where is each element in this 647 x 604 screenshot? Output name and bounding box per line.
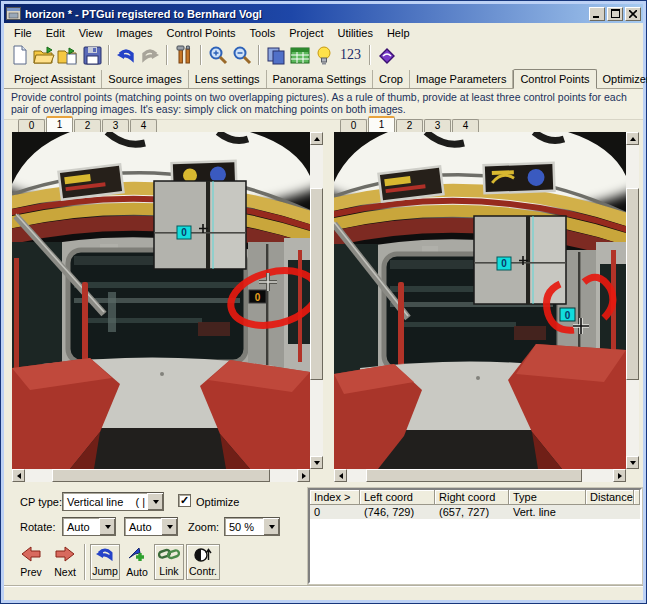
left-image-tab-4[interactable]: 4: [130, 119, 157, 132]
scroll-down-button[interactable]: [626, 456, 639, 469]
prev-arrow-icon: [21, 546, 41, 562]
jump-button[interactable]: Jump: [90, 544, 120, 580]
pages-icon: [266, 46, 286, 65]
scroll-down-button[interactable]: [310, 456, 323, 469]
left-image-tab-2[interactable]: 2: [74, 119, 101, 132]
save-button[interactable]: [81, 44, 103, 66]
left-image-canvas[interactable]: 0 0: [12, 132, 310, 469]
col-header-right-coord[interactable]: Right coord: [435, 490, 509, 505]
scroll-thumb[interactable]: [310, 188, 323, 380]
menu-file[interactable]: File: [7, 25, 39, 41]
scroll-thumb[interactable]: [626, 188, 639, 380]
add-images-button[interactable]: [57, 44, 79, 66]
left-horizontal-scrollbar[interactable]: [12, 469, 310, 482]
col-header-index[interactable]: Index >: [310, 490, 360, 505]
menu-utilities[interactable]: Utilities: [330, 25, 379, 41]
scroll-right-button[interactable]: [297, 469, 310, 482]
col-header-type[interactable]: Type: [509, 490, 586, 505]
scroll-left-button[interactable]: [334, 469, 347, 482]
maximize-button[interactable]: [607, 7, 623, 21]
menu-tools[interactable]: Tools: [243, 25, 283, 41]
left-image-tab-3[interactable]: 3: [102, 119, 129, 132]
control-point-table[interactable]: Index > Left coord Right coord Type Dist…: [308, 488, 642, 584]
menu-project[interactable]: Project: [282, 25, 330, 41]
right-image-tab-2[interactable]: 2: [396, 119, 423, 132]
tab-panorama-settings[interactable]: Panorama Settings: [267, 70, 374, 88]
panorama-editor-button[interactable]: [265, 44, 287, 66]
tools-button[interactable]: [173, 44, 195, 66]
tab-lens-settings[interactable]: Lens settings: [189, 70, 267, 88]
tab-crop[interactable]: Crop: [373, 70, 410, 88]
zoom-in-button[interactable]: [207, 44, 229, 66]
chevron-down-icon: [105, 525, 111, 529]
menu-edit[interactable]: Edit: [39, 25, 72, 41]
prev-button[interactable]: Prev: [16, 544, 46, 580]
dropdown-button[interactable]: [263, 518, 279, 535]
dropdown-button[interactable]: [99, 518, 115, 535]
open-project-button[interactable]: [33, 44, 55, 66]
tab-optimizer[interactable]: Optimizer: [597, 70, 647, 88]
right-horizontal-scrollbar[interactable]: [334, 469, 626, 482]
new-document-icon: [11, 45, 29, 65]
right-image-canvas[interactable]: 0 0: [334, 132, 626, 469]
help-assistant-button[interactable]: [376, 44, 398, 66]
main-tab-bar: Project Assistant Source images Lens set…: [4, 68, 643, 89]
dropdown-button[interactable]: [161, 518, 177, 535]
left-vertical-scrollbar[interactable]: [310, 132, 323, 469]
toolbar: 123: [4, 42, 643, 68]
control-point-panels: 0 1 2 3 4: [4, 116, 643, 484]
right-image-tab-4[interactable]: 4: [452, 119, 479, 132]
cp-type-dropdown[interactable]: Vertical line ( | t1): [62, 492, 164, 511]
scroll-thumb[interactable]: [366, 469, 582, 482]
zoom-out-button[interactable]: [231, 44, 253, 66]
minimize-button[interactable]: [589, 7, 605, 21]
rotate-left-dropdown[interactable]: Auto: [62, 517, 116, 536]
tab-control-points[interactable]: Control Points: [513, 69, 596, 89]
title-bar[interactable]: horizon * - PTGui registered to Bernhard…: [4, 4, 643, 23]
scroll-up-button[interactable]: [310, 132, 323, 145]
scroll-right-button[interactable]: [613, 469, 626, 482]
optimize-checkbox[interactable]: ✓: [178, 494, 191, 507]
jump-icon: [95, 547, 115, 561]
right-vertical-scrollbar[interactable]: [626, 132, 639, 469]
auto-button[interactable]: Auto: [122, 544, 152, 580]
minimize-icon: [593, 10, 601, 18]
scroll-up-button[interactable]: [626, 132, 639, 145]
dropdown-button[interactable]: [147, 493, 163, 510]
close-button[interactable]: [625, 7, 641, 21]
chevron-down-icon: [167, 525, 173, 529]
left-image-tab-0[interactable]: 0: [18, 119, 45, 132]
toolbar-separator: [200, 45, 202, 65]
new-project-button[interactable]: [9, 44, 31, 66]
rotate-right-dropdown[interactable]: Auto: [124, 517, 178, 536]
col-header-distance[interactable]: Distance: [586, 490, 634, 505]
redo-button[interactable]: [139, 44, 161, 66]
scroll-thumb[interactable]: [52, 469, 270, 482]
menu-control-points[interactable]: Control Points: [159, 25, 242, 41]
contrast-button[interactable]: Contr.: [186, 544, 220, 580]
menu-images[interactable]: Images: [109, 25, 159, 41]
right-image-tab-3[interactable]: 3: [424, 119, 451, 132]
menu-view[interactable]: View: [72, 25, 110, 41]
next-button[interactable]: Next: [50, 544, 80, 580]
tab-image-parameters[interactable]: Image Parameters: [410, 70, 513, 88]
right-image-tab-1[interactable]: 1: [368, 116, 395, 132]
right-image-tab-0[interactable]: 0: [340, 119, 367, 132]
menu-help[interactable]: Help: [380, 25, 417, 41]
detail-viewer-button[interactable]: [313, 44, 335, 66]
inset-marker-label: 0: [181, 227, 187, 238]
tab-source-images[interactable]: Source images: [102, 70, 188, 88]
table-row[interactable]: 0 (746, 729) (657, 727) Vert. line: [310, 505, 640, 519]
left-image-tab-1[interactable]: 1: [46, 116, 73, 132]
scroll-left-button[interactable]: [12, 469, 25, 482]
arrow-down-icon: [630, 461, 636, 465]
optimizer-numbers-button[interactable]: 123: [336, 47, 365, 63]
undo-icon: [116, 47, 136, 63]
link-button[interactable]: Link: [154, 544, 184, 580]
menu-bar: File Edit View Images Control Points Too…: [4, 23, 643, 42]
col-header-left-coord[interactable]: Left coord: [360, 490, 435, 505]
tab-project-assistant[interactable]: Project Assistant: [8, 70, 102, 88]
zoom-dropdown[interactable]: 50 %: [224, 517, 280, 536]
undo-button[interactable]: [115, 44, 137, 66]
cp-table-button[interactable]: [289, 44, 311, 66]
